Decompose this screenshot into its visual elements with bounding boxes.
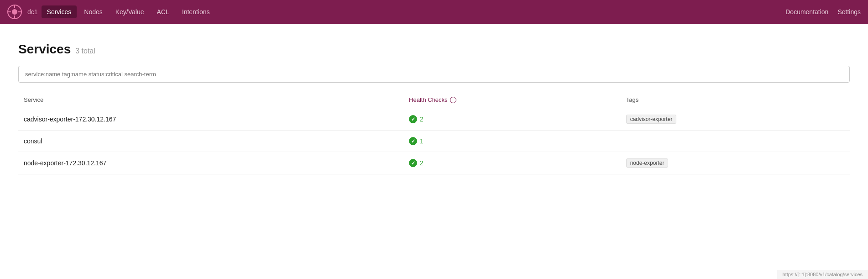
- datacenter-label: dc1: [27, 8, 38, 16]
- health-checks-info-icon[interactable]: i: [450, 97, 456, 103]
- column-service: Service: [18, 92, 403, 108]
- column-health-checks: Health Checks i: [403, 92, 621, 108]
- services-count: 3 total: [75, 47, 95, 55]
- tag: cadvisor-exporter: [626, 115, 677, 124]
- nav-services[interactable]: Services: [42, 5, 77, 18]
- nav-acl[interactable]: ACL: [152, 5, 175, 18]
- table-row[interactable]: cadvisor-exporter-172.30.12.1672cadvisor…: [18, 108, 850, 131]
- service-health: 1: [403, 131, 621, 152]
- table-row[interactable]: consul1: [18, 131, 850, 152]
- service-tags: cadvisor-exporter: [621, 108, 850, 131]
- search-input[interactable]: [18, 66, 850, 83]
- documentation-link[interactable]: Documentation: [785, 8, 828, 16]
- nav-intentions[interactable]: Intentions: [177, 5, 215, 18]
- service-name: cadvisor-exporter-172.30.12.167: [18, 108, 403, 131]
- check-icon: [409, 159, 417, 167]
- service-name: consul: [18, 131, 403, 152]
- settings-link[interactable]: Settings: [837, 8, 861, 16]
- services-table: Service Health Checks i Tags cadvisor-ex…: [18, 92, 850, 174]
- service-tags: node-exporter: [621, 152, 850, 174]
- nav-links: Services Nodes Key/Value ACL Intentions: [42, 5, 786, 18]
- health-count: 1: [420, 137, 424, 145]
- health-count: 2: [420, 116, 424, 123]
- table-row[interactable]: node-exporter-172.30.12.1672node-exporte…: [18, 152, 850, 174]
- svg-point-1: [12, 9, 17, 15]
- page-title: Services: [18, 42, 71, 57]
- page-header: Services 3 total: [18, 42, 850, 57]
- nav-right: Documentation Settings: [785, 8, 861, 16]
- nav-nodes[interactable]: Nodes: [78, 5, 108, 18]
- service-tags: [621, 131, 850, 152]
- main-content: Services 3 total Service Health Checks i…: [0, 24, 868, 184]
- service-name: node-exporter-172.30.12.167: [18, 152, 403, 174]
- service-health: 2: [403, 108, 621, 131]
- navbar: dc1 Services Nodes Key/Value ACL Intenti…: [0, 0, 868, 24]
- health-count: 2: [420, 159, 424, 167]
- service-health: 2: [403, 152, 621, 174]
- services-list: cadvisor-exporter-172.30.12.1672cadvisor…: [18, 108, 850, 174]
- nav-keyvalue[interactable]: Key/Value: [110, 5, 150, 18]
- table-header: Service Health Checks i Tags: [18, 92, 850, 108]
- column-tags: Tags: [621, 92, 850, 108]
- check-icon: [409, 115, 417, 123]
- consul-logo: [7, 5, 22, 19]
- tag: node-exporter: [626, 158, 669, 168]
- check-icon: [409, 137, 417, 145]
